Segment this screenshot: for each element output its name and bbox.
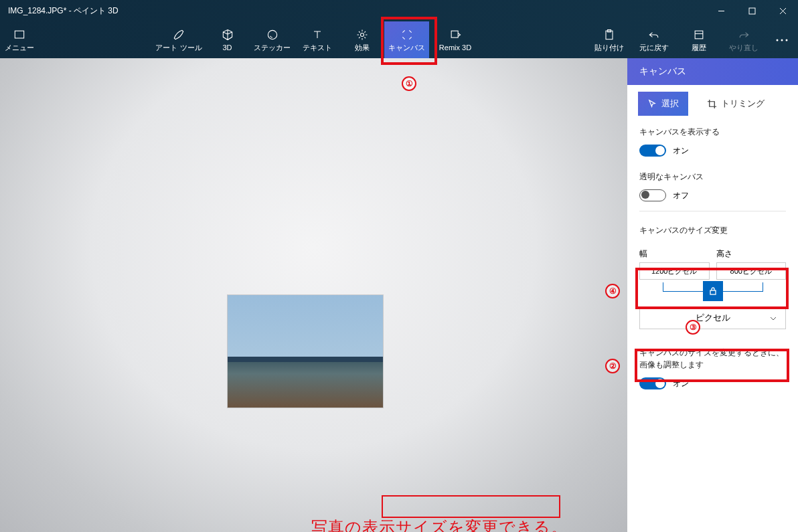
paste-label: 貼り付け (594, 44, 624, 52)
maximize-button[interactable] (736, 0, 767, 21)
tab-crop-label: トリミング (721, 98, 765, 110)
undo-button[interactable]: 元に戻す (631, 21, 676, 58)
tab-select[interactable]: 選択 (638, 92, 688, 116)
history-label: 履歴 (692, 44, 706, 52)
effects-label: 効果 (355, 44, 370, 52)
height-label: 高さ (716, 248, 787, 260)
redo-label: やり直し (729, 44, 759, 52)
paste-button[interactable]: 貼り付け (586, 21, 631, 58)
svg-point-3 (360, 33, 364, 37)
3d-button[interactable]: 3D (205, 21, 250, 58)
remix-3d-button[interactable]: Remix 3D (429, 21, 481, 58)
menu-button[interactable]: メニュー (0, 21, 39, 58)
transparent-canvas-state: オフ (673, 190, 689, 201)
unit-value: ピクセル (696, 312, 730, 324)
effects-button[interactable]: 効果 (339, 21, 384, 58)
height-input[interactable] (716, 262, 787, 280)
panel-title: キャンバス (627, 58, 798, 85)
svg-rect-1 (15, 31, 23, 38)
transparent-canvas-toggle[interactable] (639, 189, 666, 201)
resize-with-image-state: オン (673, 378, 689, 389)
svg-rect-4 (451, 31, 458, 37)
chevron-down-icon (769, 313, 777, 323)
minimize-button[interactable] (706, 0, 736, 21)
svg-point-8 (777, 39, 779, 41)
svg-rect-7 (695, 31, 703, 39)
remix-3d-label: Remix 3D (439, 44, 471, 52)
menu-label: メニュー (5, 44, 34, 52)
resize-with-image-toggle[interactable] (639, 377, 666, 389)
show-canvas-toggle[interactable] (639, 145, 666, 157)
svg-point-10 (786, 39, 788, 41)
canvas-label: キャンバス (388, 44, 425, 52)
svg-rect-14 (710, 290, 716, 294)
tab-crop[interactable]: トリミング (698, 92, 774, 116)
undo-label: 元に戻す (639, 44, 669, 52)
transparent-canvas-label: 透明なキャンバス (639, 171, 786, 183)
show-canvas-label: キャンバスを表示する (639, 126, 786, 138)
svg-point-9 (781, 39, 783, 41)
stickers-label: ステッカー (254, 44, 291, 52)
canvas-button[interactable]: キャンバス (384, 21, 429, 58)
unit-dropdown[interactable]: ピクセル (639, 306, 786, 329)
show-canvas-state: オン (673, 145, 689, 157)
history-button[interactable]: 履歴 (676, 21, 721, 58)
text-label: テキスト (303, 44, 332, 52)
tab-select-label: 選択 (661, 98, 679, 110)
lock-aspect-button[interactable] (703, 281, 723, 301)
close-button[interactable] (767, 0, 798, 21)
canvas-panel: キャンバス 選択 トリミング キャンバスを表示する オン 透明なキャンバス オフ (627, 58, 798, 532)
resize-canvas-label: キャンバスのサイズ変更 (639, 225, 786, 236)
main-toolbar: メニュー アート ツール 3D ステッカー テキスト 効果 キャンバス Remi… (0, 21, 798, 58)
art-tools-label: アート ツール (155, 44, 202, 52)
canvas-workspace[interactable]: 写真の表示サイズを変更できる。 21% (0, 58, 627, 532)
more-button[interactable] (766, 39, 798, 41)
text-button[interactable]: テキスト (295, 21, 339, 58)
resize-with-image-label: キャンバスのサイズを変更するときに、画像も調整します (639, 347, 786, 371)
redo-button[interactable]: やり直し (721, 21, 766, 58)
stickers-button[interactable]: ステッカー (250, 21, 295, 58)
width-label: 幅 (639, 248, 710, 260)
svg-rect-0 (749, 8, 755, 14)
width-input[interactable] (639, 262, 710, 280)
3d-label: 3D (222, 44, 232, 52)
canvas-image[interactable] (228, 295, 383, 408)
art-tools-button[interactable]: アート ツール (153, 21, 205, 58)
window-title: IMG_1284.JPG* - ペイント 3D (8, 5, 118, 17)
annotation-text: 写真の表示サイズを変更できる。 (311, 517, 568, 532)
